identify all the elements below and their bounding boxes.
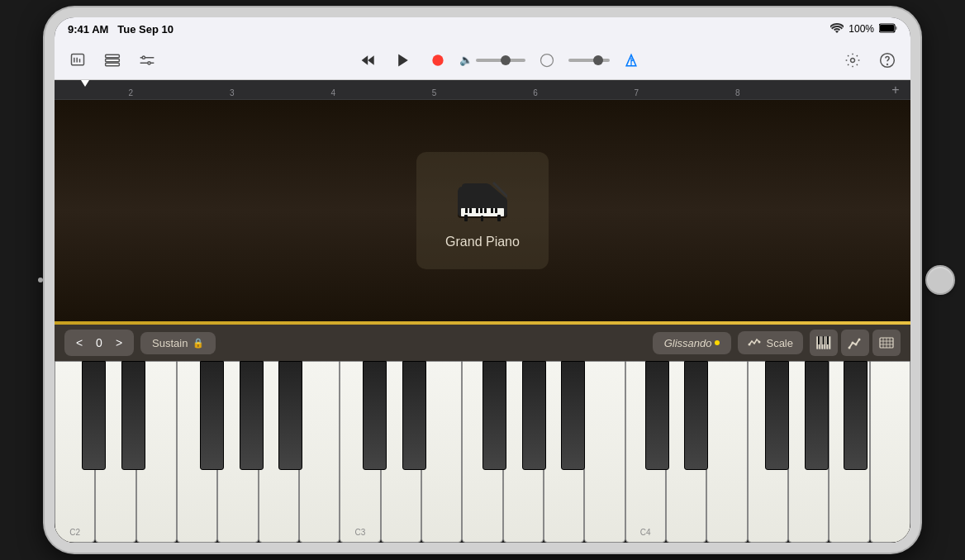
piano-keyboard[interactable]: C2 C3 xyxy=(55,361,910,543)
svg-rect-48 xyxy=(823,336,825,344)
octave-up-button[interactable]: > xyxy=(109,333,129,353)
side-camera xyxy=(38,278,43,282)
svg-point-24 xyxy=(851,58,855,62)
help-button[interactable] xyxy=(874,47,901,74)
volume-low-icon: 🔈 xyxy=(459,54,473,66)
play-button[interactable] xyxy=(390,47,416,74)
settings-button[interactable] xyxy=(839,47,866,74)
key-b3[interactable] xyxy=(584,361,625,543)
ruler-mark-7: 7 xyxy=(635,88,639,97)
svg-rect-47 xyxy=(818,336,820,344)
tempo-slider-thumb[interactable] xyxy=(593,55,603,65)
svg-rect-32 xyxy=(480,208,483,213)
arp-icon xyxy=(848,336,863,349)
key-gs3[interactable] xyxy=(522,361,546,470)
piano-keys-view-button[interactable] xyxy=(810,330,838,356)
ruler-mark-3: 3 xyxy=(230,88,235,97)
ruler-mark-8: 8 xyxy=(735,88,740,97)
key-cs4[interactable] xyxy=(645,361,669,470)
svg-rect-7 xyxy=(106,55,120,57)
status-bar: 9:41 AM Tue Sep 10 100% xyxy=(55,17,910,40)
svg-point-53 xyxy=(858,339,861,341)
svg-point-26 xyxy=(887,64,888,64)
svg-rect-37 xyxy=(497,215,501,221)
wifi-icon xyxy=(830,23,844,36)
volume-slider-track[interactable] xyxy=(476,59,525,62)
c2-label: C2 xyxy=(69,528,80,537)
glissando-button[interactable]: Glissando xyxy=(653,332,732,354)
svg-marker-16 xyxy=(362,55,368,65)
record-button[interactable] xyxy=(425,47,451,74)
status-time: 9:41 AM Tue Sep 10 xyxy=(68,23,174,36)
arp-button[interactable] xyxy=(841,330,869,356)
key-as4[interactable] xyxy=(844,361,868,470)
key-fs4[interactable] xyxy=(765,361,789,470)
playhead-triangle xyxy=(81,80,89,87)
add-track-button[interactable]: + xyxy=(887,82,904,98)
track-view-button[interactable] xyxy=(99,47,126,74)
scale-button[interactable]: Scale xyxy=(738,331,803,354)
svg-point-40 xyxy=(758,341,761,344)
notes-icon xyxy=(879,336,894,349)
key-ds2[interactable] xyxy=(121,361,145,470)
tempo-slider-track[interactable] xyxy=(568,59,610,62)
svg-point-52 xyxy=(855,344,858,346)
count-in-button[interactable] xyxy=(534,47,560,74)
svg-rect-1 xyxy=(880,25,894,31)
svg-rect-30 xyxy=(469,208,472,213)
svg-rect-3 xyxy=(72,54,84,64)
key-ds4[interactable] xyxy=(684,361,708,470)
date-display: Tue Sep 10 xyxy=(117,23,174,36)
key-as2[interactable] xyxy=(278,361,302,470)
key-b4[interactable] xyxy=(870,361,910,543)
key-gs2[interactable] xyxy=(240,361,264,470)
battery-icon xyxy=(879,23,897,36)
home-button[interactable] xyxy=(925,265,955,295)
octave-down-button[interactable]: < xyxy=(69,333,89,353)
glissando-label: Glissando xyxy=(664,337,712,349)
volume-slider-thumb[interactable] xyxy=(501,55,511,65)
svg-point-13 xyxy=(148,61,150,64)
key-fs2[interactable] xyxy=(200,361,224,470)
time-display: 9:41 AM xyxy=(68,23,108,36)
new-track-button[interactable] xyxy=(64,47,91,74)
notes-view-button[interactable] xyxy=(872,330,901,356)
ruler-mark-5: 5 xyxy=(432,88,437,97)
key-gs4[interactable] xyxy=(805,361,829,470)
key-e4[interactable] xyxy=(706,361,747,543)
svg-rect-2 xyxy=(896,26,897,30)
ruler[interactable]: 2 3 4 5 6 7 8 + xyxy=(55,80,910,100)
key-b2[interactable] xyxy=(299,361,340,543)
key-ds3[interactable] xyxy=(402,361,426,470)
instrument-card[interactable]: Grand Piano xyxy=(416,152,549,269)
ipad-frame: 9:41 AM Tue Sep 10 100% xyxy=(45,7,920,553)
keyboard-view-buttons xyxy=(810,330,901,356)
svg-rect-36 xyxy=(464,215,468,221)
instrument-name: Grand Piano xyxy=(445,235,520,249)
svg-point-19 xyxy=(432,55,443,65)
svg-rect-9 xyxy=(106,63,120,65)
rewind-button[interactable] xyxy=(355,47,382,74)
svg-point-10 xyxy=(142,56,145,59)
svg-rect-49 xyxy=(827,336,829,344)
octave-value: 0 xyxy=(93,336,106,349)
status-right: 100% xyxy=(830,23,897,36)
key-cs3[interactable] xyxy=(363,361,387,470)
smart-controls-button[interactable] xyxy=(134,47,160,74)
key-as3[interactable] xyxy=(561,361,585,470)
metronome-button[interactable] xyxy=(618,47,644,74)
ruler-mark-6: 6 xyxy=(533,88,538,97)
svg-point-50 xyxy=(849,347,851,349)
key-e3[interactable] xyxy=(421,361,462,543)
scale-label: Scale xyxy=(766,337,793,349)
instrument-display: Grand Piano xyxy=(55,100,910,321)
grand-piano-icon xyxy=(449,172,516,225)
playhead[interactable] xyxy=(81,80,89,97)
key-cs2[interactable] xyxy=(82,361,106,470)
white-keys: C2 C3 xyxy=(55,361,910,543)
sustain-button[interactable]: Sustain 🔒 xyxy=(140,332,216,354)
key-fs3[interactable] xyxy=(483,361,506,470)
ipad-screen: 9:41 AM Tue Sep 10 100% xyxy=(55,17,910,543)
svg-rect-31 xyxy=(476,208,478,213)
piano-keys-icon xyxy=(816,336,831,349)
